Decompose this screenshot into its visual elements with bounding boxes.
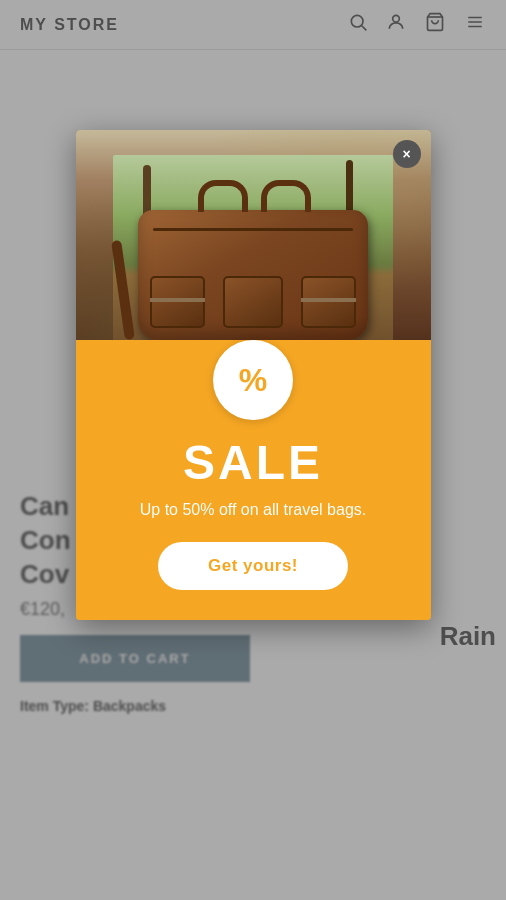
modal-overlay: × % SALE Up to 50% off on all travel bag… — [0, 0, 506, 900]
percent-circle: % — [213, 340, 293, 420]
percent-symbol: % — [239, 364, 267, 396]
modal-body: % SALE Up to 50% off on all travel bags.… — [76, 340, 431, 620]
modal-close-button[interactable]: × — [393, 140, 421, 168]
bag-image — [113, 155, 393, 355]
get-yours-button[interactable]: Get yours! — [158, 542, 348, 590]
sale-description: Up to 50% off on all travel bags. — [106, 498, 401, 522]
sale-heading: SALE — [106, 435, 401, 490]
sale-modal: × % SALE Up to 50% off on all travel bag… — [76, 130, 431, 620]
